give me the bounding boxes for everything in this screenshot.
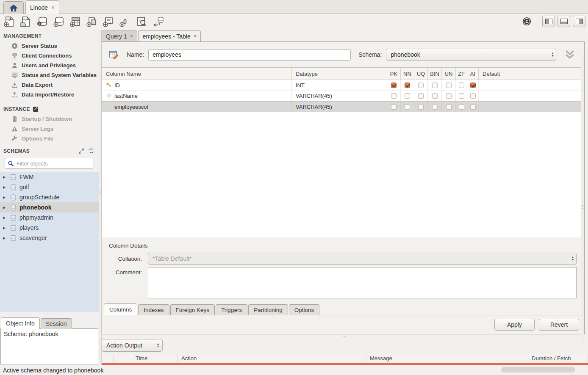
sidebar-item-data-import[interactable]: Data Import/Restore <box>0 90 99 99</box>
schema-row-fwm[interactable]: ▶ FWM <box>0 172 99 182</box>
column-name-cell[interactable]: ID <box>102 80 292 90</box>
schema-row-phonebook[interactable]: ▶ phonebook <box>0 202 99 212</box>
close-icon[interactable]: × <box>194 33 197 39</box>
output-header-duration[interactable]: Duration / Fetch <box>528 354 588 363</box>
home-tab[interactable] <box>3 1 24 14</box>
schema-row-scavenger[interactable]: ▶ scavenger <box>0 233 99 243</box>
chevron-right-icon[interactable]: ▶ <box>3 216 7 220</box>
nn-checkbox[interactable] <box>405 104 410 110</box>
subtab-foreign-keys[interactable]: Foreign Keys <box>170 304 215 315</box>
schema-row-golf[interactable]: ▶ golf <box>0 182 99 192</box>
pk-checkbox[interactable] <box>391 93 397 99</box>
create-procedure-icon[interactable] <box>103 16 114 27</box>
nn-checkbox[interactable] <box>405 93 410 99</box>
sidebar-item-server-status[interactable]: Server Status <box>0 41 99 51</box>
table-row[interactable]: lastName VARCHAR(45) <box>102 91 584 101</box>
new-sql-tab-icon[interactable] <box>4 16 15 27</box>
collation-select[interactable]: *Table Default* ▴ ▾ <box>148 253 577 265</box>
chevron-right-icon[interactable]: ▶ <box>3 226 7 230</box>
open-sql-script-icon[interactable] <box>20 16 31 27</box>
column-name-cell[interactable]: employeescol <box>102 102 292 112</box>
close-icon[interactable]: × <box>51 4 55 11</box>
un-checkbox[interactable] <box>446 83 452 88</box>
sidebar-splitter-handle[interactable]: ⋯ <box>0 312 99 317</box>
datatype-cell[interactable]: VARCHAR(45) <box>292 91 387 101</box>
uq-checkbox[interactable] <box>418 104 424 110</box>
sidebar-item-status-system-variables[interactable]: Status and System Variables <box>0 70 99 80</box>
ai-checkbox[interactable] <box>470 83 476 88</box>
ai-checkbox[interactable] <box>470 93 476 99</box>
toggle-bottom-panel-button[interactable] <box>557 16 570 27</box>
sidebar-item-client-connections[interactable]: Client Connections <box>0 51 99 61</box>
notifications-icon[interactable] <box>521 16 532 27</box>
ai-checkbox[interactable] <box>470 104 476 110</box>
un-checkbox[interactable] <box>446 93 452 99</box>
sidebar-item-users-privileges[interactable]: Users and Privileges <box>0 61 99 70</box>
expand-header-chevron-icon[interactable] <box>564 50 576 60</box>
tab-query-1[interactable]: Query 1 × <box>102 30 137 41</box>
tab-object-info[interactable]: Object Info <box>1 317 40 329</box>
header-ai[interactable]: AI <box>467 68 479 80</box>
default-cell[interactable] <box>479 102 584 112</box>
subtab-partitioning[interactable]: Partitioning <box>248 304 288 315</box>
sidebar-item-options-file[interactable]: Options File <box>0 134 99 143</box>
refresh-schemas-icon[interactable] <box>88 148 94 154</box>
uq-checkbox[interactable] <box>418 93 424 99</box>
schema-select[interactable]: phonebook ▴ ▾ <box>386 49 556 61</box>
create-view-icon[interactable] <box>86 16 97 27</box>
toggle-right-panel-button[interactable] <box>573 16 585 27</box>
output-header-time[interactable]: Time <box>132 354 178 363</box>
tab-employees-table[interactable]: employees - Table × <box>138 30 201 41</box>
default-cell[interactable] <box>479 91 584 101</box>
zf-checkbox[interactable] <box>459 83 464 88</box>
schema-row-groupschedule[interactable]: ▶ groupSchedule <box>0 192 99 202</box>
header-default[interactable]: Default <box>479 68 584 80</box>
pk-checkbox[interactable] <box>391 104 397 110</box>
nn-checkbox[interactable] <box>405 83 410 88</box>
comment-textarea[interactable] <box>148 267 577 298</box>
default-cell[interactable] <box>479 80 584 90</box>
apply-button[interactable]: Apply <box>494 319 535 331</box>
schema-row-phpmyadmin[interactable]: ▶ phpmyadmin <box>0 212 99 223</box>
create-table-icon[interactable] <box>70 16 81 27</box>
pk-checkbox[interactable] <box>391 83 397 88</box>
tab-session[interactable]: Session <box>41 318 72 329</box>
table-row[interactable]: employeescol VARCHAR(45) <box>102 101 584 112</box>
uq-checkbox[interactable] <box>418 83 424 88</box>
create-schema-icon[interactable] <box>53 16 64 27</box>
expand-schemas-icon[interactable] <box>78 148 84 154</box>
close-icon[interactable]: × <box>130 33 133 39</box>
chevron-right-icon[interactable]: ▶ <box>3 185 7 189</box>
header-nn[interactable]: NN <box>401 68 414 80</box>
bin-checkbox[interactable] <box>432 83 438 88</box>
header-un[interactable]: UN <box>442 68 456 80</box>
column-name-cell[interactable]: lastName <box>102 91 292 101</box>
sidebar-main-splitter[interactable]: ⋯ <box>99 30 102 365</box>
header-datatype[interactable]: Datatype <box>292 68 387 80</box>
search-objects-icon[interactable] <box>136 16 147 27</box>
reconnect-database-icon[interactable] <box>153 16 164 27</box>
zf-checkbox[interactable] <box>459 93 464 99</box>
table-row[interactable]: ID INT <box>102 80 584 91</box>
datatype-cell[interactable]: VARCHAR(45) <box>292 102 387 112</box>
header-column-name[interactable]: Column Name <box>102 68 292 80</box>
un-checkbox[interactable] <box>446 104 452 110</box>
sidebar-item-data-export[interactable]: Data Export <box>0 80 99 90</box>
header-uq[interactable]: UQ <box>414 68 428 80</box>
bin-checkbox[interactable] <box>432 93 438 99</box>
subtab-indexes[interactable]: Indexes <box>138 304 169 315</box>
subtab-triggers[interactable]: Triggers <box>216 304 247 315</box>
sidebar-item-server-logs[interactable]: Server Logs <box>0 124 99 134</box>
sidebar-item-startup-shutdown[interactable]: Startup / Shutdown <box>0 114 99 124</box>
output-selector[interactable]: Action Output ▴ ▾ <box>102 339 163 352</box>
chevron-right-icon[interactable]: ▶ <box>3 175 7 179</box>
header-pk[interactable]: PK <box>387 68 401 80</box>
header-zf[interactable]: ZF <box>456 68 467 80</box>
output-header-action[interactable]: Action <box>178 354 366 363</box>
chevron-right-icon[interactable]: ▶ <box>3 206 7 210</box>
spinner-arrows-icon[interactable]: ▴ ▾ <box>552 52 553 57</box>
output-header-message[interactable]: Message <box>366 354 528 363</box>
chevron-right-icon[interactable]: ▶ <box>3 196 7 199</box>
bin-checkbox[interactable] <box>432 104 438 110</box>
subtab-columns[interactable]: Columns <box>104 303 137 315</box>
